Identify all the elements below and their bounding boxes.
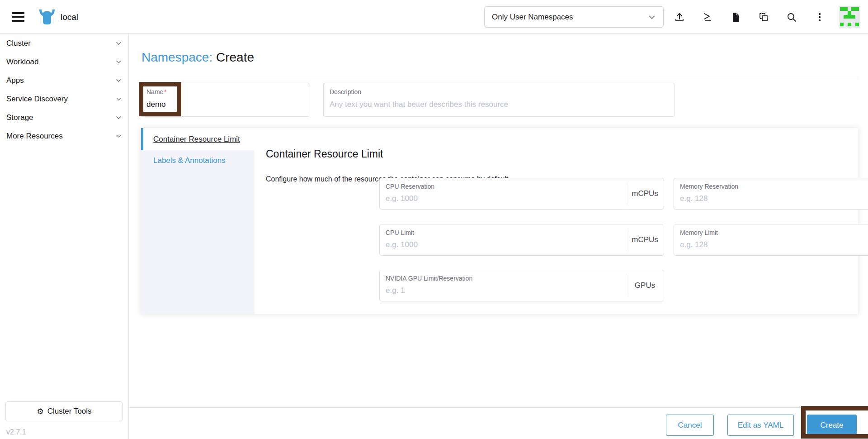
create-button[interactable]: Create: [807, 415, 857, 436]
sidebar-item-label: Workload: [6, 57, 39, 67]
copy-icon[interactable]: [758, 11, 769, 23]
sidebar-item-label: Cluster: [6, 39, 31, 48]
chevron-down-icon: [648, 13, 656, 21]
unit-label: mCPUs: [626, 183, 664, 205]
nvidia-gpu-input[interactable]: [386, 285, 618, 296]
user-avatar[interactable]: [839, 6, 860, 28]
unit-label: GPUs: [626, 275, 664, 296]
cpu-reservation-field: CPU Reservation mCPUs: [379, 178, 664, 210]
sidebar-item-apps[interactable]: Apps: [0, 71, 128, 90]
unit-label: mCPUs: [626, 229, 664, 251]
chevron-down-icon: [115, 133, 122, 139]
description-field-label: Description: [330, 88, 361, 95]
tab-rail: Container Resource Limit Labels & Annota…: [141, 128, 255, 314]
sidebar-item-label: Service Discovery: [6, 95, 68, 104]
kubectl-shell-icon[interactable]: [702, 11, 713, 23]
hamburger-menu-icon[interactable]: [12, 12, 24, 22]
description-field: Description: [323, 83, 675, 117]
chevron-down-icon: [115, 40, 122, 47]
sidebar-item-more-resources[interactable]: More Resources: [0, 127, 128, 145]
memory-limit-field: Memory Limit MiB: [674, 224, 868, 256]
cluster-name: local: [61, 0, 78, 34]
gear-icon: ⚙: [37, 407, 43, 416]
required-asterisk: *: [164, 88, 166, 95]
cpu-limit-field: CPU Limit mCPUs: [379, 224, 664, 256]
sidebar-item-label: Storage: [6, 113, 33, 122]
tab-labels-annotations[interactable]: Labels & Annotations: [141, 150, 255, 171]
cluster-tools-label: Cluster Tools: [47, 407, 92, 416]
cancel-button[interactable]: Cancel: [666, 415, 714, 436]
search-icon[interactable]: [786, 11, 797, 23]
top-header: local Only User Namespaces: [0, 0, 868, 34]
form-footer: Cancel Edit as YAML Create: [129, 407, 868, 439]
rancher-logo-icon: [38, 9, 56, 26]
chevron-down-icon: [115, 95, 122, 102]
upload-icon[interactable]: [674, 11, 685, 23]
cpu-reservation-input[interactable]: [386, 193, 618, 205]
namespace-filter-dropdown[interactable]: Only User Namespaces: [484, 6, 664, 28]
sidebar-item-cluster[interactable]: Cluster: [0, 34, 128, 52]
cluster-tools-button[interactable]: ⚙ Cluster Tools: [5, 401, 123, 421]
chevron-down-icon: [115, 77, 122, 84]
memory-reservation-input[interactable]: [680, 193, 868, 205]
kebab-menu-icon[interactable]: [814, 11, 826, 23]
description-input[interactable]: [330, 99, 669, 110]
tabbed-panel: Container Resource Limit Labels & Annota…: [141, 128, 858, 314]
cpu-limit-input[interactable]: [386, 239, 618, 251]
sidebar-item-service-discovery[interactable]: Service Discovery: [0, 90, 128, 108]
sidebar-item-label: Apps: [6, 76, 24, 85]
version-label: v2.7.1: [6, 428, 26, 436]
tab-content: Container Resource Limit Configure how m…: [255, 128, 858, 314]
page-title-action: Create: [216, 50, 254, 64]
edit-as-yaml-button[interactable]: Edit as YAML: [727, 415, 794, 436]
memory-limit-input[interactable]: [680, 239, 868, 251]
page-title: Namespace: Create: [142, 50, 254, 65]
rancher-app: local Only User Namespaces: [0, 0, 868, 439]
panel-heading: Container Resource Limit: [266, 148, 383, 160]
name-field: Name*: [140, 83, 310, 117]
header-actions: [674, 0, 826, 34]
file-icon[interactable]: [730, 11, 741, 23]
sidebar-item-workload[interactable]: Workload: [0, 52, 128, 71]
name-field-label: Name*: [146, 88, 167, 95]
sidebar-item-storage[interactable]: Storage: [0, 108, 128, 127]
sidebar-item-label: More Resources: [6, 132, 63, 141]
memory-reservation-field: Memory Reservation MiB: [674, 178, 868, 210]
title-divider: [141, 78, 858, 78]
page-title-resource: Namespace:: [142, 50, 212, 64]
chevron-down-icon: [115, 58, 122, 65]
sidebar-nav: Cluster Workload Apps Service Discovery …: [0, 34, 129, 439]
nvidia-gpu-field: NVIDIA GPU Limit/Reservation GPUs: [379, 270, 664, 301]
namespace-filter-value: Only User Namespaces: [492, 13, 648, 22]
name-input[interactable]: [146, 99, 304, 110]
tab-container-resource-limit[interactable]: Container Resource Limit: [141, 128, 255, 150]
chevron-down-icon: [115, 114, 122, 121]
main-content: Namespace: Create Name* Description Cont…: [129, 34, 868, 439]
